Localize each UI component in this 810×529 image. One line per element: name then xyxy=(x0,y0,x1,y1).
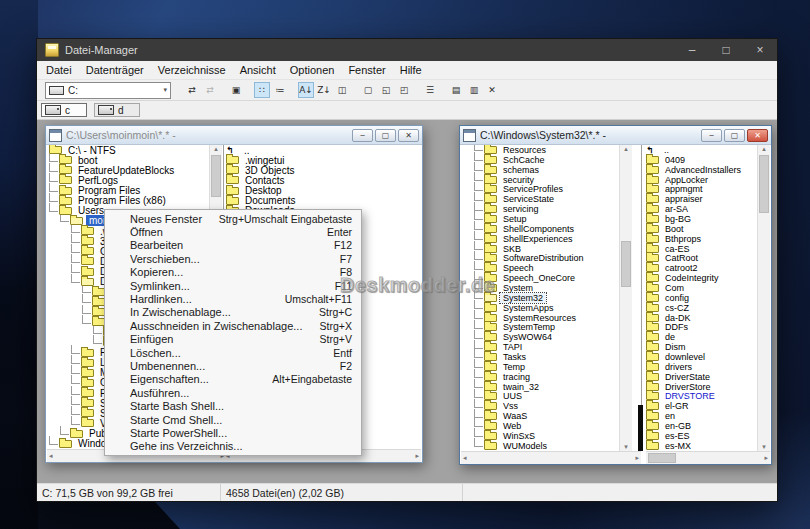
context-menu-item[interactable]: Kopieren... F8 xyxy=(105,266,361,279)
context-menu-item[interactable]: Gehe ins Verzeichnis... xyxy=(105,440,361,453)
paste-button[interactable]: ▥ xyxy=(466,82,482,98)
context-menu-item[interactable]: Einfügen Strg+V xyxy=(105,333,361,346)
scroll-left-icon[interactable]: ◂ xyxy=(49,452,53,460)
scroll-up-icon[interactable]: ▴ xyxy=(214,145,218,153)
file-item[interactable]: Documents xyxy=(226,196,421,206)
sort-by-type-button[interactable]: Z↓ xyxy=(316,82,332,98)
context-menu-item[interactable]: Starte PowerShell... xyxy=(105,426,361,439)
tree-item[interactable]: Program Files (x86) xyxy=(47,196,209,206)
left-window-titlebar[interactable]: C:\Users\moinmoin\*.* - ‒ ▢ ✕ xyxy=(46,126,422,145)
tree-item[interactable]: WUModels xyxy=(461,441,619,451)
connect-network-drive-button[interactable]: ⇄ xyxy=(184,82,200,98)
right-window-titlebar[interactable]: C:\Windows\System32\*.* - ‒ ▢ ✕ xyxy=(460,126,771,145)
context-menu-item[interactable]: Starte Bash Shell... xyxy=(105,399,361,412)
file-item[interactable]: Boot xyxy=(646,224,758,234)
scroll-left-icon[interactable]: ◂ xyxy=(463,454,467,462)
file-item[interactable]: ar-SA xyxy=(646,204,758,214)
drive-d-button[interactable]: d xyxy=(94,103,140,117)
file-item[interactable]: .wingetui xyxy=(226,155,421,165)
file-item[interactable]: es-ES xyxy=(646,431,758,441)
tree-horizontal-scrollbar[interactable]: ◂ ▸ xyxy=(461,451,641,464)
drive-combobox[interactable]: C: ▾ xyxy=(45,82,171,99)
file-item[interactable]: ↰ .. xyxy=(226,145,421,155)
scrollbar-thumb[interactable] xyxy=(211,155,221,197)
menu-item[interactable]: Ansicht xyxy=(233,61,283,79)
close-button[interactable]: ✕ xyxy=(747,129,768,142)
scroll-right-icon[interactable]: ▸ xyxy=(635,454,639,462)
context-menu-item[interactable]: Neues Fenster Strg+Umschalt Eingabetaste xyxy=(105,212,361,225)
menu-item[interactable]: Verzeichnisse xyxy=(151,61,233,79)
file-item[interactable]: CatRoot xyxy=(646,253,758,263)
file-item[interactable]: cs-CZ xyxy=(646,303,758,313)
file-item[interactable]: config xyxy=(646,293,758,303)
context-menu-item[interactable]: Ausschneiden in Zwischenablage... Strg+X xyxy=(105,319,361,332)
drive-c-button[interactable]: c xyxy=(41,103,87,117)
scrollbar-thumb[interactable] xyxy=(759,155,769,213)
file-item[interactable]: es-MX xyxy=(646,441,758,451)
file-item[interactable]: DDFs xyxy=(646,322,758,332)
file-item[interactable]: CodeIntegrity xyxy=(646,273,758,283)
tree-item[interactable]: Program Files xyxy=(47,186,209,196)
file-item[interactable]: DRVSTORE xyxy=(646,391,758,401)
minimize-button[interactable]: – xyxy=(675,39,709,61)
close-button[interactable]: ✕ xyxy=(398,129,419,142)
cascade-windows-button[interactable]: ◱ xyxy=(378,82,394,98)
file-item[interactable]: en xyxy=(646,411,758,421)
maximize-button[interactable]: □ xyxy=(709,39,743,61)
file-item[interactable]: en-GB xyxy=(646,421,758,431)
tree-item[interactable]: PerfLogs xyxy=(47,175,209,185)
file-item[interactable]: 0409 xyxy=(646,155,758,165)
menu-item[interactable]: Fenster xyxy=(341,61,392,79)
scroll-right-icon[interactable]: ▸ xyxy=(415,452,419,460)
menu-item[interactable]: Optionen xyxy=(283,61,342,79)
file-item[interactable]: 3D Objects xyxy=(226,165,421,175)
file-item[interactable]: de xyxy=(646,332,758,342)
file-item[interactable]: appraiser xyxy=(646,194,758,204)
scroll-right-icon[interactable]: ▸ xyxy=(764,454,768,462)
files-vertical-scrollbar[interactable]: ▴ ▾ xyxy=(757,145,770,451)
context-menu-item[interactable]: Ausführen... xyxy=(105,386,361,399)
tree-item[interactable]: FeatureUpdateBlocks xyxy=(47,165,209,175)
file-item[interactable]: appmgmt xyxy=(646,184,758,194)
context-menu-item[interactable]: Starte Cmd Shell... xyxy=(105,413,361,426)
file-item[interactable]: Desktop xyxy=(226,186,421,196)
tree-item[interactable]: boot xyxy=(47,155,209,165)
tile-windows-button[interactable]: ◰ xyxy=(396,82,412,98)
file-item[interactable]: downlevel xyxy=(646,352,758,362)
context-menu-item[interactable]: Symlinken... F11 xyxy=(105,279,361,292)
maximize-button[interactable]: ▢ xyxy=(724,129,745,142)
view-details-button[interactable]: ≔ xyxy=(272,82,288,98)
sort-by-name-button[interactable]: A↓ xyxy=(298,82,314,98)
new-window-button[interactable]: ▢ xyxy=(360,82,376,98)
sort-by-size-button[interactable]: ◫ xyxy=(334,82,350,98)
split-drag-handle[interactable] xyxy=(638,405,643,451)
minimize-button[interactable]: ‒ xyxy=(701,129,722,142)
file-item[interactable]: DriverState xyxy=(646,372,758,382)
file-item[interactable]: AdvancedInstallers xyxy=(646,165,758,175)
file-item[interactable]: Dism xyxy=(646,342,758,352)
context-menu-item[interactable]: Hardlinken... Umschalt+F11 xyxy=(105,292,361,305)
menu-item[interactable]: Hilfe xyxy=(393,61,429,79)
file-item[interactable]: ↰ .. xyxy=(646,145,758,155)
menu-item[interactable]: Datenträger xyxy=(79,61,151,79)
file-item[interactable]: bg-BG xyxy=(646,214,758,224)
tree-item[interactable]: C:\ - NTFS xyxy=(47,145,209,155)
copy-button[interactable]: ▤ xyxy=(448,82,464,98)
print-button[interactable]: ☰ xyxy=(422,82,438,98)
files-horizontal-scrollbar[interactable]: ▸ xyxy=(646,451,770,464)
context-menu-item[interactable]: Öffnen Enter xyxy=(105,225,361,238)
file-item[interactable]: DriverStore xyxy=(646,382,758,392)
right-directory-window[interactable]: C:\Windows\System32\*.* - ‒ ▢ ✕ Resource… xyxy=(459,125,772,465)
view-names-button[interactable]: ∷ xyxy=(254,82,270,98)
file-item[interactable]: drivers xyxy=(646,362,758,372)
file-item[interactable]: Bthprops xyxy=(646,234,758,244)
tree-vertical-scrollbar[interactable]: ▴ ▾ xyxy=(619,145,632,451)
menu-item[interactable]: Datei xyxy=(39,61,79,79)
app-titlebar[interactable]: Datei-Manager – □ × xyxy=(37,39,777,61)
file-item[interactable]: da-DK xyxy=(646,313,758,323)
minimize-button[interactable]: ‒ xyxy=(352,129,373,142)
context-menu-item[interactable]: Bearbeiten F12 xyxy=(105,239,361,252)
scrollbar-thumb[interactable] xyxy=(621,241,631,287)
context-menu-item[interactable]: In Zwischenablage... Strg+C xyxy=(105,306,361,319)
file-item[interactable]: Contacts xyxy=(226,175,421,185)
